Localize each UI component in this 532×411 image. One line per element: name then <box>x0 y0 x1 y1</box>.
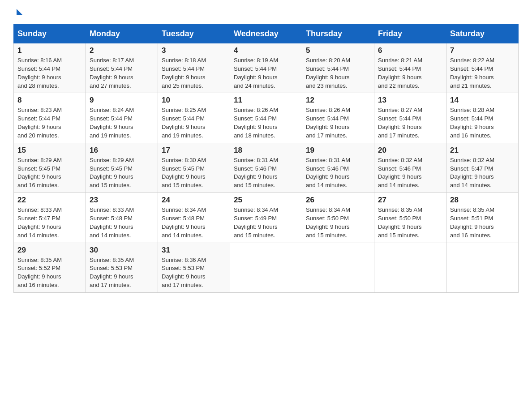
day-info: Sunrise: 8:35 AMSunset: 5:51 PMDaylight:… <box>450 206 515 240</box>
calendar-cell: 19Sunrise: 8:31 AMSunset: 5:46 PMDayligh… <box>302 143 374 193</box>
header-thursday: Thursday <box>302 25 374 43</box>
day-number: 19 <box>306 146 370 155</box>
day-number: 9 <box>90 96 154 105</box>
calendar-cell: 7Sunrise: 8:22 AMSunset: 5:44 PMDaylight… <box>446 43 519 93</box>
day-info: Sunrise: 8:24 AMSunset: 5:44 PMDaylight:… <box>90 106 154 140</box>
day-info: Sunrise: 8:22 AMSunset: 5:44 PMDaylight:… <box>450 56 515 90</box>
header-wednesday: Wednesday <box>230 25 302 43</box>
day-number: 31 <box>162 246 226 255</box>
day-number: 6 <box>378 46 442 55</box>
calendar-cell: 23Sunrise: 8:33 AMSunset: 5:48 PMDayligh… <box>86 193 158 243</box>
day-number: 18 <box>234 146 298 155</box>
day-number: 10 <box>162 96 226 105</box>
day-info: Sunrise: 8:35 AMSunset: 5:50 PMDaylight:… <box>378 206 442 240</box>
calendar-cell: 15Sunrise: 8:29 AMSunset: 5:45 PMDayligh… <box>14 143 86 193</box>
day-info: Sunrise: 8:27 AMSunset: 5:44 PMDaylight:… <box>378 106 442 140</box>
day-info: Sunrise: 8:21 AMSunset: 5:44 PMDaylight:… <box>378 56 442 90</box>
calendar-week-row: 8Sunrise: 8:23 AMSunset: 5:44 PMDaylight… <box>14 93 519 143</box>
day-info: Sunrise: 8:35 AMSunset: 5:53 PMDaylight:… <box>90 256 154 290</box>
calendar-cell: 31Sunrise: 8:36 AMSunset: 5:53 PMDayligh… <box>158 243 230 292</box>
day-number: 4 <box>234 46 298 55</box>
calendar-cell: 28Sunrise: 8:35 AMSunset: 5:51 PMDayligh… <box>446 193 519 243</box>
day-number: 5 <box>306 46 370 55</box>
day-info: Sunrise: 8:25 AMSunset: 5:44 PMDaylight:… <box>162 106 226 140</box>
calendar-cell <box>374 243 446 292</box>
day-info: Sunrise: 8:28 AMSunset: 5:44 PMDaylight:… <box>450 106 515 140</box>
calendar-cell: 13Sunrise: 8:27 AMSunset: 5:44 PMDayligh… <box>374 93 446 143</box>
calendar-week-row: 15Sunrise: 8:29 AMSunset: 5:45 PMDayligh… <box>14 143 519 193</box>
day-info: Sunrise: 8:20 AMSunset: 5:44 PMDaylight:… <box>306 56 370 90</box>
calendar-table: SundayMondayTuesdayWednesdayThursdayFrid… <box>13 24 519 293</box>
day-number: 3 <box>162 46 226 55</box>
day-number: 28 <box>450 196 515 205</box>
calendar-week-row: 29Sunrise: 8:35 AMSunset: 5:52 PMDayligh… <box>14 243 519 292</box>
day-number: 7 <box>450 46 515 55</box>
header-monday: Monday <box>86 25 158 43</box>
calendar-cell: 26Sunrise: 8:34 AMSunset: 5:50 PMDayligh… <box>302 193 374 243</box>
calendar-cell <box>302 243 374 292</box>
calendar-cell: 24Sunrise: 8:34 AMSunset: 5:48 PMDayligh… <box>158 193 230 243</box>
day-number: 14 <box>450 96 515 105</box>
day-info: Sunrise: 8:32 AMSunset: 5:46 PMDaylight:… <box>378 156 442 190</box>
day-info: Sunrise: 8:31 AMSunset: 5:46 PMDaylight:… <box>234 156 298 190</box>
day-info: Sunrise: 8:33 AMSunset: 5:47 PMDaylight:… <box>17 206 82 240</box>
page-header <box>13 9 519 16</box>
calendar-cell: 27Sunrise: 8:35 AMSunset: 5:50 PMDayligh… <box>374 193 446 243</box>
logo <box>13 9 23 16</box>
day-info: Sunrise: 8:30 AMSunset: 5:45 PMDaylight:… <box>162 156 226 190</box>
day-number: 22 <box>17 196 82 205</box>
calendar-cell: 3Sunrise: 8:18 AMSunset: 5:44 PMDaylight… <box>158 43 230 93</box>
day-info: Sunrise: 8:31 AMSunset: 5:46 PMDaylight:… <box>306 156 370 190</box>
calendar-cell: 29Sunrise: 8:35 AMSunset: 5:52 PMDayligh… <box>14 243 86 292</box>
day-number: 24 <box>162 196 226 205</box>
calendar-cell: 1Sunrise: 8:16 AMSunset: 5:44 PMDaylight… <box>14 43 86 93</box>
header-friday: Friday <box>374 25 446 43</box>
day-number: 11 <box>234 96 298 105</box>
calendar-cell <box>230 243 302 292</box>
calendar-cell <box>446 243 519 292</box>
calendar-cell: 14Sunrise: 8:28 AMSunset: 5:44 PMDayligh… <box>446 93 519 143</box>
day-number: 17 <box>162 146 226 155</box>
day-info: Sunrise: 8:34 AMSunset: 5:50 PMDaylight:… <box>306 206 370 240</box>
calendar-cell: 4Sunrise: 8:19 AMSunset: 5:44 PMDaylight… <box>230 43 302 93</box>
calendar-cell: 9Sunrise: 8:24 AMSunset: 5:44 PMDaylight… <box>86 93 158 143</box>
day-number: 12 <box>306 96 370 105</box>
day-number: 13 <box>378 96 442 105</box>
day-info: Sunrise: 8:29 AMSunset: 5:45 PMDaylight:… <box>17 156 82 190</box>
day-info: Sunrise: 8:18 AMSunset: 5:44 PMDaylight:… <box>162 56 226 90</box>
calendar-cell: 25Sunrise: 8:34 AMSunset: 5:49 PMDayligh… <box>230 193 302 243</box>
day-info: Sunrise: 8:16 AMSunset: 5:44 PMDaylight:… <box>17 56 82 90</box>
calendar-cell: 12Sunrise: 8:26 AMSunset: 5:44 PMDayligh… <box>302 93 374 143</box>
day-number: 15 <box>17 146 82 155</box>
day-number: 2 <box>90 46 154 55</box>
day-info: Sunrise: 8:17 AMSunset: 5:44 PMDaylight:… <box>90 56 154 90</box>
calendar-header-row: SundayMondayTuesdayWednesdayThursdayFrid… <box>14 25 519 43</box>
day-number: 27 <box>378 196 442 205</box>
day-number: 20 <box>378 146 442 155</box>
calendar-cell: 21Sunrise: 8:32 AMSunset: 5:47 PMDayligh… <box>446 143 519 193</box>
day-number: 1 <box>17 46 82 55</box>
calendar-cell: 5Sunrise: 8:20 AMSunset: 5:44 PMDaylight… <box>302 43 374 93</box>
day-number: 23 <box>90 196 154 205</box>
day-number: 30 <box>90 246 154 255</box>
calendar-cell: 20Sunrise: 8:32 AMSunset: 5:46 PMDayligh… <box>374 143 446 193</box>
day-info: Sunrise: 8:33 AMSunset: 5:48 PMDaylight:… <box>90 206 154 240</box>
calendar-cell: 22Sunrise: 8:33 AMSunset: 5:47 PMDayligh… <box>14 193 86 243</box>
calendar-cell: 10Sunrise: 8:25 AMSunset: 5:44 PMDayligh… <box>158 93 230 143</box>
header-saturday: Saturday <box>446 25 519 43</box>
day-number: 26 <box>306 196 370 205</box>
day-number: 21 <box>450 146 515 155</box>
calendar-cell: 18Sunrise: 8:31 AMSunset: 5:46 PMDayligh… <box>230 143 302 193</box>
calendar-cell: 16Sunrise: 8:29 AMSunset: 5:45 PMDayligh… <box>86 143 158 193</box>
day-number: 16 <box>90 146 154 155</box>
day-number: 8 <box>17 96 82 105</box>
day-info: Sunrise: 8:35 AMSunset: 5:52 PMDaylight:… <box>17 256 82 290</box>
day-info: Sunrise: 8:19 AMSunset: 5:44 PMDaylight:… <box>234 56 298 90</box>
calendar-week-row: 22Sunrise: 8:33 AMSunset: 5:47 PMDayligh… <box>14 193 519 243</box>
day-info: Sunrise: 8:36 AMSunset: 5:53 PMDaylight:… <box>162 256 226 290</box>
day-number: 25 <box>234 196 298 205</box>
logo-triangle-icon <box>17 9 23 15</box>
calendar-cell: 11Sunrise: 8:26 AMSunset: 5:44 PMDayligh… <box>230 93 302 143</box>
header-tuesday: Tuesday <box>158 25 230 43</box>
header-sunday: Sunday <box>14 25 86 43</box>
